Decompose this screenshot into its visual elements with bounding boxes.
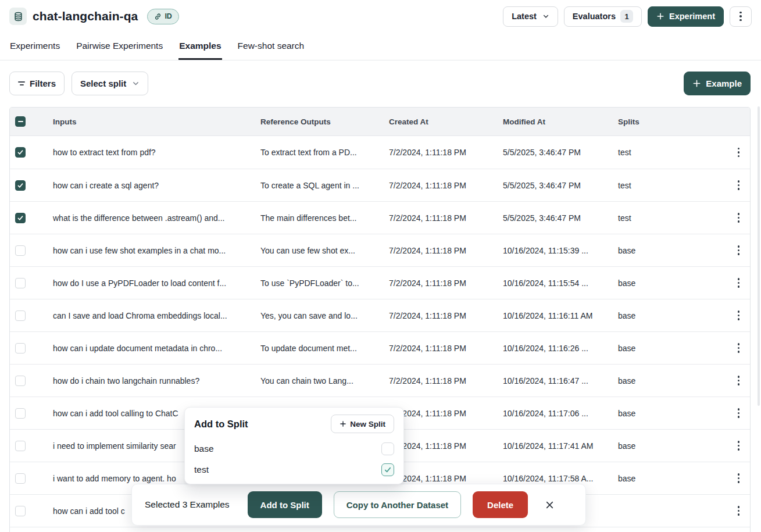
row-checkbox[interactable]: [15, 506, 26, 516]
select-all-checkbox[interactable]: [15, 116, 26, 127]
plus-icon: [340, 420, 346, 427]
kebab-icon: [738, 278, 740, 288]
split-option-label: test: [194, 465, 209, 475]
kebab-icon: [738, 506, 740, 516]
row-checkbox[interactable]: [15, 408, 26, 419]
tab-experiments[interactable]: Experiments: [9, 36, 60, 60]
table-row[interactable]: how to extract text from pdf? To extract…: [10, 136, 750, 169]
vertical-scrollbar[interactable]: [758, 106, 760, 406]
copy-to-another-dataset-button[interactable]: Copy to Another Dataset: [334, 491, 461, 518]
split-option-test[interactable]: test: [194, 459, 394, 480]
cell-splits: base: [609, 279, 726, 288]
row-kebab-menu-button[interactable]: [726, 506, 751, 516]
column-header-created-at[interactable]: Created At: [380, 117, 494, 126]
evaluators-button[interactable]: Evaluators 1: [564, 6, 642, 27]
kebab-icon: [738, 148, 740, 158]
split-checkbox-base[interactable]: [381, 442, 394, 455]
table-row[interactable]: what is the difference between .astream(…: [10, 201, 750, 234]
cell-reference-outputs: To create a SQL agent in ...: [251, 181, 380, 190]
new-experiment-button[interactable]: Experiment: [648, 6, 724, 27]
table-row[interactable]: how do i chain two langchain runnables? …: [10, 364, 750, 397]
kebab-icon: [738, 441, 740, 451]
cell-inputs: how can i use few shot examples in a cha…: [44, 246, 251, 255]
table-row[interactable]: how can i create a sql agent? To create …: [10, 169, 750, 201]
add-to-split-button[interactable]: Add to Split: [248, 491, 322, 518]
close-selection-bar-button[interactable]: [541, 496, 558, 513]
cell-modified-at: 10/16/2024, 11:16:11 AM: [494, 311, 609, 320]
select-split-dropdown[interactable]: Select split: [72, 72, 148, 95]
cell-modified-at: 5/5/2025, 3:46:47 PM: [494, 213, 609, 223]
kebab-icon: [739, 12, 742, 22]
column-header-reference-outputs[interactable]: Reference Outputs: [251, 117, 380, 126]
table-row[interactable]: how do I use a PyPDFLoader to load conte…: [10, 266, 750, 299]
column-header-inputs[interactable]: Inputs: [44, 117, 251, 126]
filters-label: Filters: [30, 78, 56, 88]
column-header-splits[interactable]: Splits: [609, 117, 726, 126]
row-checkbox[interactable]: [15, 245, 26, 256]
row-checkbox[interactable]: [15, 376, 26, 386]
cell-inputs: can I save and load Chroma embeddings lo…: [44, 311, 251, 320]
cell-inputs: how can i create a sql agent?: [44, 181, 251, 190]
cell-inputs: how can i update document metadata in ch…: [44, 344, 251, 353]
cell-splits: base: [609, 409, 726, 418]
kebab-icon: [738, 310, 740, 320]
cell-created-at: 7/2/2024, 1:11:18 PM: [380, 311, 494, 320]
tab-pairwise-experiments[interactable]: Pairwise Experiments: [76, 36, 163, 60]
row-checkbox[interactable]: [15, 180, 26, 191]
split-option-base[interactable]: base: [194, 438, 394, 459]
row-checkbox[interactable]: [15, 441, 26, 451]
header-kebab-menu-button[interactable]: [730, 6, 752, 27]
row-kebab-menu-button[interactable]: [726, 245, 751, 255]
latest-label: Latest: [512, 12, 537, 21]
header-actions: Latest Evaluators 1 Experiment: [503, 6, 752, 27]
cell-modified-at: 10/16/2024, 11:17:58 A...: [494, 474, 609, 483]
tab-examples[interactable]: Examples: [178, 36, 221, 60]
row-checkbox[interactable]: [15, 310, 26, 321]
toolbar: Filters Select split Example: [0, 72, 761, 95]
cell-splits: test: [609, 181, 726, 190]
table-row[interactable]: can I save and load Chroma embeddings lo…: [10, 299, 750, 331]
row-kebab-menu-button[interactable]: [726, 180, 751, 190]
dataset-id-badge[interactable]: ID: [147, 9, 179, 24]
chevron-down-icon: [132, 80, 140, 87]
new-example-button[interactable]: Example: [684, 72, 751, 95]
link-icon: [154, 13, 162, 20]
row-kebab-menu-button[interactable]: [726, 213, 751, 223]
plus-icon: [656, 12, 664, 20]
split-checkbox-test[interactable]: [381, 463, 394, 476]
new-split-button[interactable]: New Split: [331, 415, 394, 433]
column-header-modified-at[interactable]: Modified At: [494, 117, 609, 126]
table-row[interactable]: how can i update document metadata in ch…: [10, 331, 750, 364]
row-checkbox[interactable]: [15, 278, 26, 288]
cell-splits: base: [609, 474, 726, 483]
row-kebab-menu-button[interactable]: [726, 310, 751, 320]
tab-few-shot-search[interactable]: Few-shot search: [237, 36, 305, 60]
table-row[interactable]: how can i use few shot examples in a cha…: [10, 234, 750, 266]
row-kebab-menu-button[interactable]: [726, 343, 751, 353]
row-kebab-menu-button[interactable]: [726, 441, 751, 451]
kebab-icon: [738, 473, 740, 483]
delete-button[interactable]: Delete: [473, 491, 528, 518]
row-kebab-menu-button[interactable]: [726, 148, 751, 158]
filters-button[interactable]: Filters: [9, 72, 65, 95]
kebab-icon: [738, 343, 740, 353]
row-kebab-menu-button[interactable]: [726, 376, 751, 385]
row-checkbox[interactable]: [15, 213, 26, 223]
row-checkbox[interactable]: [15, 473, 26, 484]
cell-splits: test: [609, 213, 726, 223]
row-kebab-menu-button[interactable]: [726, 408, 751, 418]
row-kebab-menu-button[interactable]: [726, 473, 751, 483]
row-checkbox[interactable]: [15, 147, 26, 158]
add-to-split-popup: Add to Split New Split base test: [184, 407, 404, 484]
cell-modified-at: 10/16/2024, 11:16:47 ...: [494, 376, 609, 385]
cell-modified-at: 5/5/2025, 3:46:47 PM: [494, 181, 609, 190]
cell-modified-at: 10/16/2024, 11:17:06 ...: [494, 409, 609, 418]
cell-reference-outputs: Yes, you can save and lo...: [251, 311, 380, 320]
database-icon: [9, 8, 27, 25]
latest-dropdown[interactable]: Latest: [503, 6, 558, 27]
row-kebab-menu-button[interactable]: [726, 278, 751, 288]
row-checkbox[interactable]: [15, 343, 26, 354]
cell-splits: base: [609, 376, 726, 385]
cell-splits: base: [609, 441, 726, 451]
cell-inputs: how do I use a PyPDFLoader to load conte…: [44, 279, 251, 288]
